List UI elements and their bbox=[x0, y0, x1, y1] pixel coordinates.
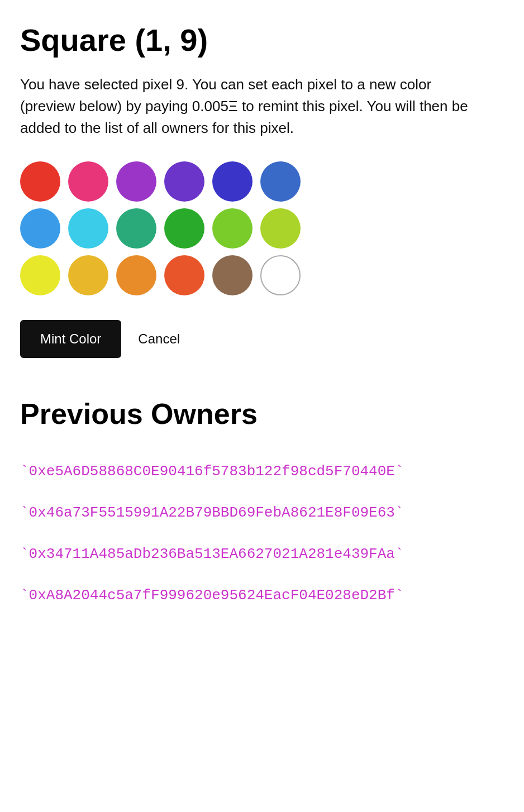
color-green[interactable] bbox=[164, 208, 204, 249]
mint-color-button[interactable]: Mint Color bbox=[20, 320, 121, 358]
color-lime[interactable] bbox=[260, 208, 301, 249]
color-medium-purple[interactable] bbox=[164, 161, 204, 202]
button-row: Mint Color Cancel bbox=[20, 320, 504, 358]
color-white[interactable] bbox=[260, 255, 301, 295]
color-yellow[interactable] bbox=[20, 255, 60, 295]
color-red[interactable] bbox=[20, 161, 60, 202]
color-orange[interactable] bbox=[116, 255, 156, 295]
color-blue-purple[interactable] bbox=[212, 161, 253, 202]
color-grid bbox=[20, 161, 504, 295]
owner-item-1[interactable]: `0xe5A6D58868C0E90416f5783b122f98cd5F704… bbox=[20, 451, 504, 492]
color-row-3 bbox=[20, 255, 504, 295]
color-row-2 bbox=[20, 208, 504, 249]
color-teal[interactable] bbox=[116, 208, 156, 249]
color-row-1 bbox=[20, 161, 504, 202]
color-cornflower-blue[interactable] bbox=[20, 208, 60, 249]
color-yellow-green[interactable] bbox=[212, 208, 253, 249]
color-gold[interactable] bbox=[68, 255, 108, 295]
color-cyan[interactable] bbox=[68, 208, 108, 249]
color-hot-pink[interactable] bbox=[68, 161, 108, 202]
cancel-button[interactable]: Cancel bbox=[138, 331, 180, 347]
color-dodger-blue[interactable] bbox=[260, 161, 301, 202]
owner-list: `0xe5A6D58868C0E90416f5783b122f98cd5F704… bbox=[20, 451, 504, 616]
color-orange-red[interactable] bbox=[164, 255, 204, 295]
color-brown[interactable] bbox=[212, 255, 253, 295]
color-purple[interactable] bbox=[116, 161, 156, 202]
description-text: You have selected pixel 9. You can set e… bbox=[20, 74, 478, 139]
previous-owners-title: Previous Owners bbox=[20, 397, 504, 431]
page-title: Square (1, 9) bbox=[20, 22, 504, 58]
owner-item-2[interactable]: `0x46a73F5515991A22B79BBD69FebA8621E8F09… bbox=[20, 492, 504, 533]
owner-item-3[interactable]: `0x34711A485aDb236Ba513EA6627021A281e439… bbox=[20, 533, 504, 575]
owner-item-4[interactable]: `0xA8A2044c5a7fF999620e95624EacF04E028eD… bbox=[20, 575, 504, 616]
